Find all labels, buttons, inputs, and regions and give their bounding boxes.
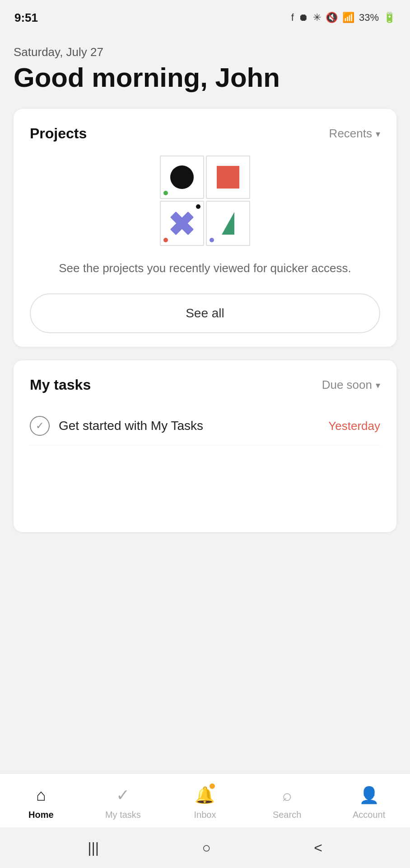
task-checkbox[interactable]: ✓ [30,416,50,436]
black-dot [196,204,200,209]
mute-icon: 🔇 [326,12,338,24]
projects-illustration [30,156,380,246]
tasks-filter-label: Due soon [322,378,372,392]
see-all-button[interactable]: See all [30,293,380,333]
nav-icon-wrap-search: ⌕ [275,783,299,807]
search-icon: ⌕ [282,786,292,805]
back-icon: < [314,840,322,856]
illustration-cell-3 [160,201,204,246]
projects-empty-text: See the projects you recently viewed for… [30,259,380,277]
nav-label-inbox: Inbox [194,810,216,820]
facebook-icon: f [291,12,294,24]
wifi-icon: 📶 [342,12,354,24]
android-menu-button[interactable]: ||| [88,840,99,856]
nav-label-tasks: My tasks [105,810,141,820]
projects-card: Projects Recents ▾ [14,109,396,347]
projects-title: Projects [30,125,87,142]
bottom-nav: ⌂ Home ✓ My tasks 🔔 Inbox ⌕ Search 👤 Acc… [0,773,410,827]
nav-item-account[interactable]: 👤 Account [328,783,410,820]
tasks-icon: ✓ [116,786,130,805]
chevron-down-icon: ▾ [376,380,380,391]
status-time: 9:51 [14,11,38,25]
battery-level: 33% [359,12,379,24]
illustration-cell-4 [206,201,250,246]
android-back-button[interactable]: < [314,840,322,856]
projects-card-header: Projects Recents ▾ [30,125,380,142]
red-rect-shape [217,166,239,189]
nav-label-account: Account [353,810,385,820]
nav-item-inbox[interactable]: 🔔 Inbox [164,783,246,820]
video-icon: ⏺ [298,12,308,24]
circle-icon: ○ [202,840,210,856]
greeting-message: Good morning, John [14,63,396,93]
nav-label-home: Home [28,810,54,820]
nav-label-search: Search [273,810,301,820]
task-name: Get started with My Tasks [59,419,203,433]
bluetooth-icon: ✳ [313,12,321,24]
account-icon: 👤 [359,786,379,805]
illustration-cell-1 [160,156,204,199]
nav-item-my-tasks[interactable]: ✓ My tasks [82,783,164,820]
nav-icon-wrap-inbox: 🔔 [193,783,217,807]
my-tasks-title: My tasks [30,377,91,393]
task-due-date: Yesterday [328,419,380,433]
green-dot [163,191,168,195]
illustration-grid [160,156,250,246]
battery-icon: 🔋 [383,12,396,24]
my-tasks-card: My tasks Due soon ▾ ✓ Get started with M… [14,360,396,532]
x-shape [169,211,195,236]
tasks-filter-button[interactable]: Due soon ▾ [322,378,380,392]
chevron-down-icon: ▾ [376,128,380,139]
nav-icon-wrap-account: 👤 [357,783,381,807]
android-home-button[interactable]: ○ [202,840,210,856]
projects-filter-label: Recents [329,127,372,141]
home-icon: ⌂ [36,786,46,805]
purple-dot [210,238,214,242]
illustration-cell-2 [206,156,250,199]
status-icons: f ⏺ ✳ 🔇 📶 33% 🔋 [291,12,396,24]
nav-icon-wrap-tasks: ✓ [111,783,135,807]
status-bar: 9:51 f ⏺ ✳ 🔇 📶 33% 🔋 [0,0,410,32]
projects-filter-button[interactable]: Recents ▾ [329,127,380,141]
task-item[interactable]: ✓ Get started with My Tasks Yesterday [30,407,380,445]
menu-icon: ||| [88,840,99,856]
my-tasks-header: My tasks Due soon ▾ [30,377,380,393]
greeting-date: Saturday, July 27 [14,45,396,59]
black-circle-shape [170,165,194,189]
nav-icon-wrap-home: ⌂ [29,783,53,807]
main-content: Saturday, July 27 Good morning, John Pro… [0,32,410,773]
android-nav-bar: ||| ○ < [0,827,410,868]
nav-item-home[interactable]: ⌂ Home [0,783,82,820]
red-dot [163,238,168,242]
green-triangle-shape [222,212,234,235]
task-left: ✓ Get started with My Tasks [30,416,203,436]
nav-item-search[interactable]: ⌕ Search [246,783,328,820]
inbox-notification-dot [210,783,215,789]
